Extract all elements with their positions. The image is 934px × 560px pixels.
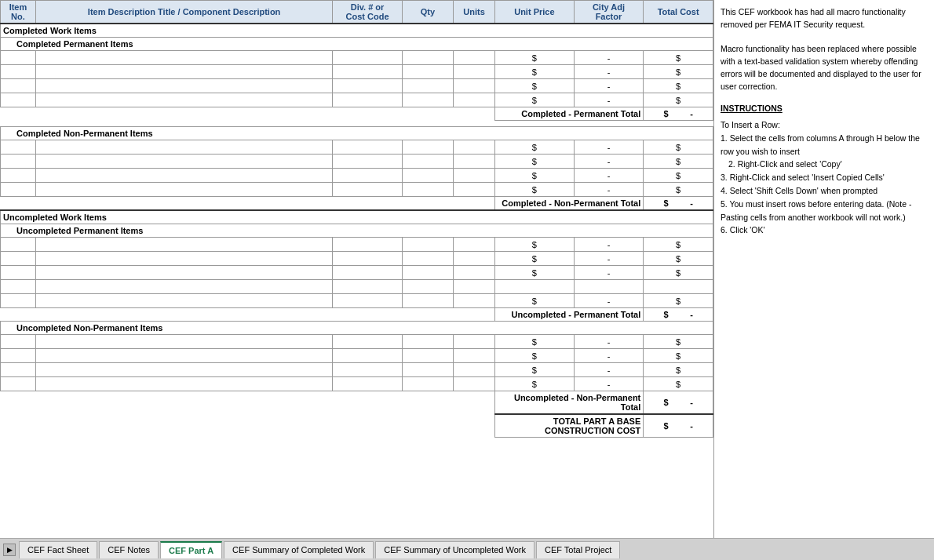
tab-cef-fact-sheet[interactable]: CEF Fact Sheet	[19, 541, 97, 558]
table-row[interactable]: $ - $	[1, 93, 713, 107]
table-row[interactable]: $ - $	[1, 252, 713, 266]
instruction-4: 4. Select 'Shift Cells Down' when prompt…	[721, 184, 928, 198]
col-header-div: Div. # or Cost Code	[333, 1, 403, 24]
table-row[interactable]: $ - $	[1, 183, 713, 197]
instruction-3: 3. Right-Click and select 'Insert Copied…	[721, 171, 928, 184]
col-header-item: Item No.	[1, 1, 36, 24]
main-content: Item No. Item Description Title / Compon…	[0, 0, 934, 538]
col-header-qty: Qty	[402, 1, 453, 24]
col-header-uprice: Unit Price	[495, 1, 574, 24]
instructions-title: INSTRUCTIONS	[721, 102, 928, 115]
completed-perm-label: Completed Permanent Items	[1, 38, 713, 51]
tab-label: CEF Notes	[108, 545, 150, 555]
instructions-intro: To Insert a Row:	[721, 118, 928, 132]
section-uncompleted-work: Uncompleted Work Items	[1, 210, 713, 224]
table-row[interactable]: $ - $	[1, 65, 713, 79]
grand-total-label: TOTAL PART A BASE CONSTRUCTION COST	[495, 414, 644, 438]
table-row[interactable]: $ - $	[1, 363, 713, 377]
uncompleted-perm-label: Uncompleted Permanent Items	[1, 224, 713, 238]
instruction-1: 1. Select the cells from columns A throu…	[721, 132, 928, 158]
tab-label: CEF Summary of Completed Work	[232, 545, 365, 555]
completed-nonperm-total-label: Completed - Non-Permanent Total	[495, 197, 644, 211]
uncompleted-work-label: Uncompleted Work Items	[1, 210, 713, 224]
spacer-row	[1, 121, 713, 127]
completed-nonperm-total-row: Completed - Non-Permanent Total $ -	[1, 197, 713, 211]
subsection-uncompleted-nonperm: Uncompleted Non-Permanent Items	[1, 322, 713, 335]
table-row[interactable]: $ - $	[1, 238, 713, 252]
tab-label: CEF Part A	[169, 546, 213, 555]
instruction-2: 2. Right-Click and select 'Copy'	[721, 158, 928, 171]
completed-nonperm-total-value: $ -	[644, 197, 713, 211]
uncompleted-nonperm-total-row: Uncompleted - Non-Permanent Total $ -	[1, 391, 713, 415]
uncompleted-perm-total-row: Uncompleted - Permanent Total $ -	[1, 308, 713, 322]
subsection-uncompleted-perm: Uncompleted Permanent Items	[1, 224, 713, 238]
col-header-units: Units	[453, 1, 494, 24]
completed-work-label: Completed Work Items	[1, 24, 713, 38]
tab-nav-button[interactable]: ▶	[3, 544, 16, 556]
section-completed-work: Completed Work Items	[1, 24, 713, 38]
tab-cef-notes[interactable]: CEF Notes	[99, 541, 159, 558]
table-row[interactable]: $ - $	[1, 294, 713, 308]
table-row[interactable]: $ - $	[1, 169, 713, 183]
table-row[interactable]: $ - $	[1, 349, 713, 363]
grand-total-row: TOTAL PART A BASE CONSTRUCTION COST $ -	[1, 414, 713, 438]
side-instructions: INSTRUCTIONS To Insert a Row: 1. Select …	[721, 102, 928, 237]
main-table: Item No. Item Description Title / Compon…	[0, 0, 713, 438]
subsection-completed-nonperm: Completed Non-Permanent Items	[1, 127, 713, 140]
table-row[interactable]: $ - $	[1, 140, 713, 155]
tab-label: CEF Total Project	[545, 545, 611, 555]
table-header: Item No. Item Description Title / Compon…	[1, 1, 713, 24]
col-header-city: City Adj Factor	[574, 1, 644, 24]
uncompleted-nonperm-total-value: $ -	[644, 391, 713, 415]
col-header-desc: Item Description Title / Component Descr…	[35, 1, 332, 24]
completed-perm-total-label: Completed - Permanent Total	[495, 107, 644, 121]
tab-label: CEF Summary of Uncompleted Work	[384, 545, 526, 555]
side-notice: This CEF workbook has had all macro func…	[721, 6, 928, 93]
uncompleted-nonperm-label: Uncompleted Non-Permanent Items	[1, 322, 713, 335]
instruction-5: 5. You must insert rows before entering …	[721, 198, 928, 224]
uncompleted-nonperm-total-label: Uncompleted - Non-Permanent Total	[495, 391, 644, 415]
table-row[interactable]: $ - $	[1, 335, 713, 349]
table-row[interactable]: $ - $	[1, 51, 713, 65]
tab-bar: ▶ CEF Fact Sheet CEF Notes CEF Part A CE…	[0, 538, 934, 560]
tab-label: CEF Fact Sheet	[27, 545, 89, 555]
table-row[interactable]: $ - $	[1, 266, 713, 280]
table-row[interactable]: $ - $	[1, 155, 713, 169]
completed-nonperm-label: Completed Non-Permanent Items	[1, 127, 713, 140]
uncompleted-perm-total-value: $ -	[644, 308, 713, 322]
completed-perm-total-row: Completed - Permanent Total $ -	[1, 107, 713, 121]
grand-total-value: $ -	[644, 414, 713, 438]
side-panel: This CEF workbook has had all macro func…	[714, 0, 934, 538]
col-header-total: Total Cost	[644, 1, 713, 24]
app-container: Item No. Item Description Title / Compon…	[0, 0, 934, 560]
instruction-6: 6. Click 'OK'	[721, 224, 928, 237]
uncompleted-perm-total-label: Uncompleted - Permanent Total	[495, 308, 644, 322]
table-row[interactable]: $ - $	[1, 79, 713, 93]
tab-cef-summary-completed[interactable]: CEF Summary of Completed Work	[224, 541, 374, 558]
tab-cef-part-a[interactable]: CEF Part A	[160, 541, 222, 558]
subsection-completed-perm: Completed Permanent Items	[1, 38, 713, 51]
tab-cef-total-project[interactable]: CEF Total Project	[536, 541, 620, 558]
tab-cef-summary-uncompleted[interactable]: CEF Summary of Uncompleted Work	[375, 541, 534, 558]
table-row[interactable]	[1, 280, 713, 294]
table-row[interactable]: $ - $	[1, 377, 713, 391]
spreadsheet-area[interactable]: Item No. Item Description Title / Compon…	[0, 0, 714, 538]
completed-perm-total-value: $ -	[644, 107, 713, 121]
